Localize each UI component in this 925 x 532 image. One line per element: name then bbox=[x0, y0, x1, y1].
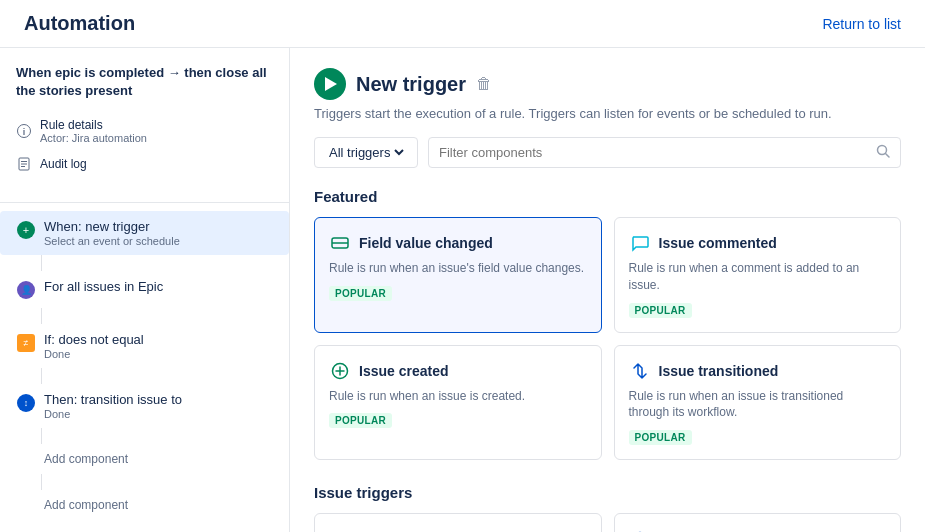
card-title-field-value-featured: Field value changed bbox=[359, 235, 493, 251]
trigger-filter-dropdown[interactable]: All triggers bbox=[325, 144, 407, 161]
card-badge-issue-created-featured: POPULAR bbox=[329, 413, 392, 428]
card-issue-commented-featured[interactable]: Issue commented Rule is run when a comme… bbox=[614, 217, 902, 333]
field-value-icon-featured bbox=[329, 232, 351, 254]
card-badge-issue-transitioned-featured: POPULAR bbox=[629, 430, 692, 445]
app-title: Automation bbox=[24, 12, 135, 35]
filter-input-container bbox=[428, 137, 901, 168]
flow-item-for-all[interactable]: 👤 For all issues in Epic bbox=[0, 271, 289, 308]
issue-triggers-section-title: Issue triggers bbox=[314, 484, 901, 501]
card-title-issue-transitioned-featured: Issue transitioned bbox=[659, 363, 779, 379]
rule-details-sub: Actor: Jira automation bbox=[40, 132, 147, 144]
filter-components-input[interactable] bbox=[439, 145, 870, 160]
flow-item-then[interactable]: ↕ Then: transition issue to Done bbox=[0, 384, 289, 428]
if-icon: ≠ bbox=[16, 333, 36, 353]
card-issue-transitioned-featured[interactable]: Issue transitioned Rule is run when an i… bbox=[614, 345, 902, 461]
info-icon: i bbox=[16, 123, 32, 139]
for-all-icon: 👤 bbox=[16, 280, 36, 300]
card-badge-field-value-featured: POPULAR bbox=[329, 286, 392, 301]
featured-cards-grid: Field value changed Rule is run when an … bbox=[314, 217, 901, 460]
search-icon[interactable] bbox=[876, 144, 890, 161]
card-field-value-changed-featured[interactable]: Field value changed Rule is run when an … bbox=[314, 217, 602, 333]
card-title-issue-created-featured: Issue created bbox=[359, 363, 449, 379]
trash-icon[interactable]: 🗑 bbox=[476, 75, 492, 93]
issue-assigned-icon bbox=[629, 528, 651, 532]
audit-icon bbox=[16, 156, 32, 172]
svg-text:i: i bbox=[23, 127, 26, 137]
then-icon: ↕ bbox=[16, 393, 36, 413]
audit-log-label: Audit log bbox=[40, 157, 87, 171]
issue-transitioned-icon-featured bbox=[629, 360, 651, 382]
card-issue-assigned[interactable]: Issue assigned Rule is run when an issue… bbox=[614, 513, 902, 532]
trigger-label: When: new trigger bbox=[44, 219, 180, 234]
add-component-1[interactable]: Add component bbox=[0, 444, 289, 474]
right-panel: New trigger 🗑 Triggers start the executi… bbox=[290, 48, 925, 532]
trigger-title: New trigger bbox=[356, 73, 466, 96]
issue-created-icon-featured bbox=[329, 360, 351, 382]
card-field-value-changed-issue[interactable]: Field value changed Rule is run when an … bbox=[314, 513, 602, 532]
trigger-icon: + bbox=[16, 220, 36, 240]
play-icon bbox=[314, 68, 346, 100]
card-desc-issue-created-featured: Rule is run when an issue is created. bbox=[329, 388, 587, 405]
rule-details-item[interactable]: i Rule details Actor: Jira automation bbox=[16, 112, 273, 150]
card-title-issue-commented-featured: Issue commented bbox=[659, 235, 777, 251]
rule-details-label: Rule details bbox=[40, 118, 147, 132]
audit-log-item[interactable]: Audit log bbox=[16, 150, 273, 178]
then-sub: Done bbox=[44, 408, 182, 420]
rule-title: When epic is completed → then close all … bbox=[16, 64, 273, 100]
for-all-label: For all issues in Epic bbox=[44, 279, 163, 294]
svg-line-7 bbox=[886, 154, 890, 158]
featured-section: Featured Field value changed Rule is run… bbox=[314, 188, 901, 460]
then-label: Then: transition issue to bbox=[44, 392, 182, 407]
return-to-list-link[interactable]: Return to list bbox=[822, 16, 901, 32]
card-badge-issue-commented-featured: POPULAR bbox=[629, 303, 692, 318]
trigger-sub: Select an event or schedule bbox=[44, 235, 180, 247]
issue-triggers-cards-grid: Field value changed Rule is run when an … bbox=[314, 513, 901, 532]
featured-section-title: Featured bbox=[314, 188, 901, 205]
card-desc-issue-commented-featured: Rule is run when a comment is added to a… bbox=[629, 260, 887, 294]
issue-commented-icon-featured bbox=[629, 232, 651, 254]
add-component-2[interactable]: Add component bbox=[0, 490, 289, 520]
card-desc-field-value-featured: Rule is run when an issue's field value … bbox=[329, 260, 587, 277]
trigger-description: Triggers start the execution of a rule. … bbox=[314, 106, 901, 121]
if-sub: Done bbox=[44, 348, 144, 360]
trigger-filter-select[interactable]: All triggers bbox=[314, 137, 418, 168]
issue-triggers-section: Issue triggers Field value changed Rule … bbox=[314, 484, 901, 532]
if-label: If: does not equal bbox=[44, 332, 144, 347]
flow-item-if[interactable]: ≠ If: does not equal Done bbox=[0, 324, 289, 368]
card-desc-issue-transitioned-featured: Rule is run when an issue is transitione… bbox=[629, 388, 887, 422]
card-issue-created-featured[interactable]: Issue created Rule is run when an issue … bbox=[314, 345, 602, 461]
flow-item-trigger[interactable]: + When: new trigger Select an event or s… bbox=[0, 211, 289, 255]
field-value-icon-issue bbox=[329, 528, 351, 532]
